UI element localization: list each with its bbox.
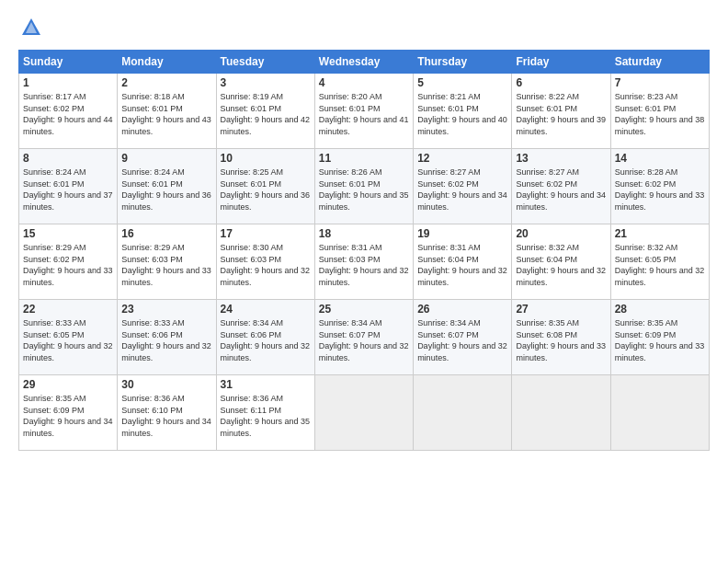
calendar-cell: 29Sunrise: 8:35 AMSunset: 6:09 PMDayligh… <box>19 375 118 451</box>
logo <box>18 15 48 40</box>
day-number: 2 <box>121 76 211 89</box>
day-number: 27 <box>516 303 606 316</box>
day-number: 8 <box>23 152 113 165</box>
day-info: Sunrise: 8:27 AMSunset: 6:02 PMDaylight:… <box>417 167 507 213</box>
day-number: 7 <box>615 76 705 89</box>
day-info: Sunrise: 8:27 AMSunset: 6:02 PMDaylight:… <box>516 167 606 213</box>
calendar-cell: 25Sunrise: 8:34 AMSunset: 6:07 PMDayligh… <box>314 300 413 375</box>
day-info: Sunrise: 8:22 AMSunset: 6:01 PMDaylight:… <box>516 91 606 137</box>
day-info: Sunrise: 8:31 AMSunset: 6:04 PMDaylight:… <box>417 242 507 288</box>
calendar-cell: 24Sunrise: 8:34 AMSunset: 6:06 PMDayligh… <box>216 300 314 375</box>
day-number: 14 <box>615 152 705 165</box>
calendar-cell: 3Sunrise: 8:19 AMSunset: 6:01 PMDaylight… <box>216 74 314 149</box>
col-header-friday: Friday <box>512 51 610 74</box>
day-number: 5 <box>417 76 507 89</box>
day-info: Sunrise: 8:36 AMSunset: 6:10 PMDaylight:… <box>121 393 211 439</box>
col-header-saturday: Saturday <box>610 51 709 74</box>
col-header-wednesday: Wednesday <box>314 51 413 74</box>
day-info: Sunrise: 8:33 AMSunset: 6:06 PMDaylight:… <box>121 317 211 363</box>
day-number: 4 <box>319 76 409 89</box>
calendar-cell: 13Sunrise: 8:27 AMSunset: 6:02 PMDayligh… <box>512 149 610 224</box>
calendar-cell: 5Sunrise: 8:21 AMSunset: 6:01 PMDaylight… <box>414 74 512 149</box>
day-number: 22 <box>23 303 113 316</box>
calendar-cell: 20Sunrise: 8:32 AMSunset: 6:04 PMDayligh… <box>512 224 610 300</box>
calendar-cell: 26Sunrise: 8:34 AMSunset: 6:07 PMDayligh… <box>414 300 512 375</box>
day-info: Sunrise: 8:30 AMSunset: 6:03 PMDaylight:… <box>221 242 311 288</box>
day-number: 6 <box>516 76 606 89</box>
day-info: Sunrise: 8:31 AMSunset: 6:03 PMDaylight:… <box>319 242 409 288</box>
day-info: Sunrise: 8:17 AMSunset: 6:02 PMDaylight:… <box>23 91 113 137</box>
day-number: 26 <box>417 303 507 316</box>
calendar-cell: 9Sunrise: 8:24 AMSunset: 6:01 PMDaylight… <box>118 149 216 224</box>
day-info: Sunrise: 8:28 AMSunset: 6:02 PMDaylight:… <box>615 167 705 213</box>
day-info: Sunrise: 8:20 AMSunset: 6:01 PMDaylight:… <box>319 91 409 137</box>
calendar-cell: 12Sunrise: 8:27 AMSunset: 6:02 PMDayligh… <box>414 149 512 224</box>
day-number: 16 <box>121 227 211 240</box>
day-info: Sunrise: 8:29 AMSunset: 6:03 PMDaylight:… <box>121 242 211 288</box>
day-number: 19 <box>417 227 507 240</box>
calendar-cell <box>610 375 709 451</box>
day-number: 13 <box>516 152 606 165</box>
calendar-cell: 23Sunrise: 8:33 AMSunset: 6:06 PMDayligh… <box>118 300 216 375</box>
col-header-monday: Monday <box>118 51 216 74</box>
day-info: Sunrise: 8:35 AMSunset: 6:09 PMDaylight:… <box>23 393 113 439</box>
day-number: 3 <box>221 76 311 89</box>
calendar-cell: 19Sunrise: 8:31 AMSunset: 6:04 PMDayligh… <box>414 224 512 300</box>
day-info: Sunrise: 8:24 AMSunset: 6:01 PMDaylight:… <box>23 167 113 213</box>
day-number: 9 <box>121 152 211 165</box>
col-header-thursday: Thursday <box>414 51 512 74</box>
day-info: Sunrise: 8:33 AMSunset: 6:05 PMDaylight:… <box>23 317 113 363</box>
day-info: Sunrise: 8:32 AMSunset: 6:05 PMDaylight:… <box>615 242 705 288</box>
day-info: Sunrise: 8:34 AMSunset: 6:07 PMDaylight:… <box>319 317 409 363</box>
day-number: 30 <box>121 378 211 391</box>
day-info: Sunrise: 8:23 AMSunset: 6:01 PMDaylight:… <box>615 91 705 137</box>
day-number: 24 <box>221 303 311 316</box>
calendar-cell: 18Sunrise: 8:31 AMSunset: 6:03 PMDayligh… <box>314 224 413 300</box>
day-info: Sunrise: 8:26 AMSunset: 6:01 PMDaylight:… <box>319 167 409 213</box>
day-info: Sunrise: 8:24 AMSunset: 6:01 PMDaylight:… <box>121 167 211 213</box>
calendar-cell: 6Sunrise: 8:22 AMSunset: 6:01 PMDaylight… <box>512 74 610 149</box>
calendar-cell: 7Sunrise: 8:23 AMSunset: 6:01 PMDaylight… <box>610 74 709 149</box>
day-info: Sunrise: 8:19 AMSunset: 6:01 PMDaylight:… <box>221 91 311 137</box>
day-number: 12 <box>417 152 507 165</box>
day-number: 15 <box>23 227 113 240</box>
calendar-week-2: 8Sunrise: 8:24 AMSunset: 6:01 PMDaylight… <box>19 149 710 224</box>
calendar-cell: 4Sunrise: 8:20 AMSunset: 6:01 PMDaylight… <box>314 74 413 149</box>
calendar-cell: 31Sunrise: 8:36 AMSunset: 6:11 PMDayligh… <box>216 375 314 451</box>
calendar-cell: 15Sunrise: 8:29 AMSunset: 6:02 PMDayligh… <box>19 224 118 300</box>
calendar-cell: 8Sunrise: 8:24 AMSunset: 6:01 PMDaylight… <box>19 149 118 224</box>
day-info: Sunrise: 8:34 AMSunset: 6:06 PMDaylight:… <box>221 317 311 363</box>
header <box>18 15 710 40</box>
calendar-cell: 17Sunrise: 8:30 AMSunset: 6:03 PMDayligh… <box>216 224 314 300</box>
day-info: Sunrise: 8:36 AMSunset: 6:11 PMDaylight:… <box>221 393 311 439</box>
day-info: Sunrise: 8:25 AMSunset: 6:01 PMDaylight:… <box>221 167 311 213</box>
calendar-cell: 10Sunrise: 8:25 AMSunset: 6:01 PMDayligh… <box>216 149 314 224</box>
calendar-cell: 11Sunrise: 8:26 AMSunset: 6:01 PMDayligh… <box>314 149 413 224</box>
calendar-cell: 1Sunrise: 8:17 AMSunset: 6:02 PMDaylight… <box>19 74 118 149</box>
day-number: 11 <box>319 152 409 165</box>
day-number: 31 <box>221 378 311 391</box>
day-number: 18 <box>319 227 409 240</box>
calendar-cell: 2Sunrise: 8:18 AMSunset: 6:01 PMDaylight… <box>118 74 216 149</box>
calendar-week-3: 15Sunrise: 8:29 AMSunset: 6:02 PMDayligh… <box>19 224 710 300</box>
calendar-cell: 14Sunrise: 8:28 AMSunset: 6:02 PMDayligh… <box>610 149 709 224</box>
day-number: 23 <box>121 303 211 316</box>
calendar: SundayMondayTuesdayWednesdayThursdayFrid… <box>18 50 710 451</box>
day-number: 10 <box>221 152 311 165</box>
day-number: 21 <box>615 227 705 240</box>
col-header-sunday: Sunday <box>19 51 118 74</box>
day-number: 20 <box>516 227 606 240</box>
calendar-cell: 27Sunrise: 8:35 AMSunset: 6:08 PMDayligh… <box>512 300 610 375</box>
calendar-cell: 21Sunrise: 8:32 AMSunset: 6:05 PMDayligh… <box>610 224 709 300</box>
logo-icon <box>18 15 44 40</box>
calendar-cell: 22Sunrise: 8:33 AMSunset: 6:05 PMDayligh… <box>19 300 118 375</box>
calendar-cell <box>512 375 610 451</box>
day-number: 1 <box>23 76 113 89</box>
day-info: Sunrise: 8:35 AMSunset: 6:09 PMDaylight:… <box>615 317 705 363</box>
day-info: Sunrise: 8:29 AMSunset: 6:02 PMDaylight:… <box>23 242 113 288</box>
calendar-cell <box>314 375 413 451</box>
calendar-week-1: 1Sunrise: 8:17 AMSunset: 6:02 PMDaylight… <box>19 74 710 149</box>
day-info: Sunrise: 8:18 AMSunset: 6:01 PMDaylight:… <box>121 91 211 137</box>
day-number: 28 <box>615 303 705 316</box>
calendar-week-4: 22Sunrise: 8:33 AMSunset: 6:05 PMDayligh… <box>19 300 710 375</box>
